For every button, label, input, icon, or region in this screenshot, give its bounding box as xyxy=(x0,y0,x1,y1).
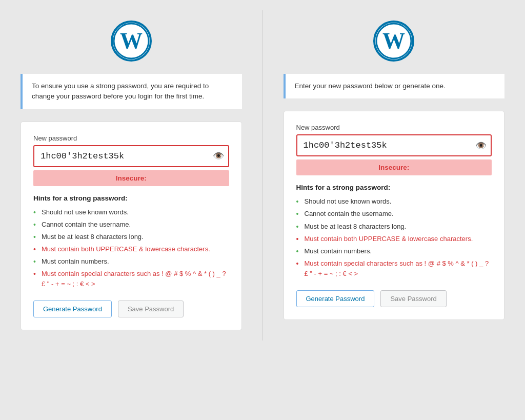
right-toggle-password-icon[interactable]: 👁️ xyxy=(475,140,487,151)
list-item: Must contain special characters such as … xyxy=(296,258,492,279)
list-item: Must contain both UPPERCASE & lowercase … xyxy=(296,234,492,244)
right-save-password-button: Save Password xyxy=(380,290,446,307)
page-wrapper: W To ensure you use a strong password, y… xyxy=(5,10,520,341)
left-hints-list: Should not use known words.Cannot contai… xyxy=(33,207,229,290)
right-hints-title: Hints for a strong password: xyxy=(296,184,492,191)
list-item: Must be at least 8 characters long. xyxy=(296,222,492,232)
svg-text:W: W xyxy=(120,28,143,53)
list-item: Should not use known words. xyxy=(33,207,229,217)
list-item: Must contain numbers. xyxy=(33,256,229,267)
left-field-label: New password xyxy=(33,134,229,142)
list-item: Should not use known words. xyxy=(296,196,492,207)
left-panel: W To ensure you use a strong password, y… xyxy=(5,10,257,341)
svg-text:W: W xyxy=(382,28,405,53)
right-hints-list: Should not use known words.Cannot contai… xyxy=(296,196,492,279)
left-password-wrapper: 👁️ xyxy=(33,145,229,167)
left-hints-title: Hints for a strong password: xyxy=(33,194,229,202)
right-field-label: New password xyxy=(296,124,492,131)
wordpress-logo-right: W xyxy=(373,21,414,62)
right-insecure-bar: Insecure: xyxy=(296,159,492,175)
right-password-input[interactable] xyxy=(296,134,492,156)
right-generate-password-button[interactable]: Generate Password xyxy=(296,290,375,307)
left-save-password-button: Save Password xyxy=(118,301,184,317)
list-item: Must be at least 8 characters long. xyxy=(33,232,229,242)
right-card: New password 👁️ Insecure: Hints for a st… xyxy=(284,111,505,320)
left-password-input[interactable] xyxy=(33,145,229,167)
right-panel: W Enter your new password below or gener… xyxy=(268,10,520,341)
left-generate-password-button[interactable]: Generate Password xyxy=(33,301,112,317)
list-item: Must contain numbers. xyxy=(296,246,492,256)
left-card: New password 👁️ Insecure: Hints for a st… xyxy=(21,122,242,331)
right-buttons-row: Generate Password Save Password xyxy=(296,290,492,307)
list-item: Cannot contain the username. xyxy=(33,219,229,230)
left-insecure-bar: Insecure: xyxy=(33,170,229,186)
list-item: Must contain both UPPERCASE & lowercase … xyxy=(33,244,229,254)
right-info-box: Enter your new password below or generat… xyxy=(284,74,505,98)
list-item: Must contain special characters such as … xyxy=(33,269,229,289)
left-info-box: To ensure you use a strong password, you… xyxy=(21,74,242,109)
right-password-wrapper: 👁️ xyxy=(296,134,492,156)
left-buttons-row: Generate Password Save Password xyxy=(33,301,229,317)
left-toggle-password-icon[interactable]: 👁️ xyxy=(213,150,224,162)
wordpress-logo-left: W xyxy=(111,21,152,62)
list-item: Cannot contain the username. xyxy=(296,209,492,219)
panel-divider xyxy=(262,10,263,341)
